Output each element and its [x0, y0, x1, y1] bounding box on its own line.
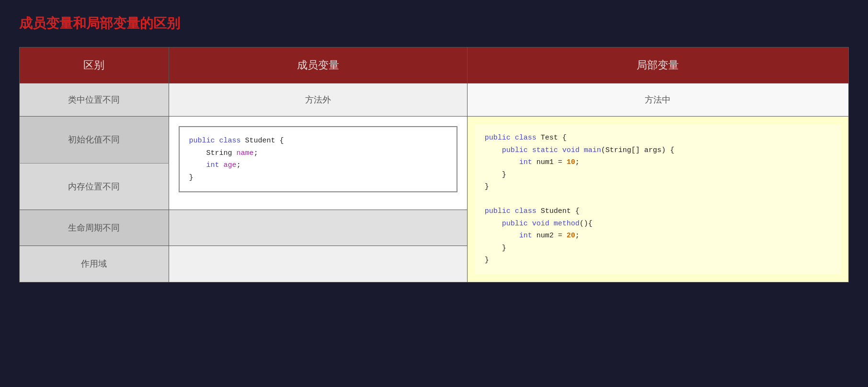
local-value-1: 方法中 — [645, 95, 671, 105]
table-row: 初始化值不同 public class Student { String nam… — [20, 117, 849, 164]
row-label-4: 生命周期不同 — [68, 223, 120, 233]
row-label-1: 类中位置不同 — [68, 95, 120, 105]
table-header-row: 区别 成员变量 局部变量 — [20, 47, 849, 83]
member-value-1: 方法外 — [305, 95, 331, 105]
page-title: 成员变量和局部变量的区别 — [19, 14, 849, 33]
table-row: 类中位置不同 方法外 方法中 — [20, 83, 849, 117]
comparison-table: 区别 成员变量 局部变量 类中位置不同 方法外 方法中 初始化值不同 pu — [19, 47, 849, 282]
header-distinction: 区别 — [20, 47, 169, 83]
member-code-block: public class Student { String name; int … — [179, 126, 457, 192]
row-label-5: 作用域 — [81, 259, 107, 269]
local-code-block: public class Test { public static void m… — [475, 124, 841, 274]
header-member: 成员变量 — [169, 47, 467, 83]
row-label-3: 内存位置不同 — [68, 182, 120, 191]
row-label-2: 初始化值不同 — [68, 135, 120, 144]
header-local: 局部变量 — [467, 47, 848, 83]
